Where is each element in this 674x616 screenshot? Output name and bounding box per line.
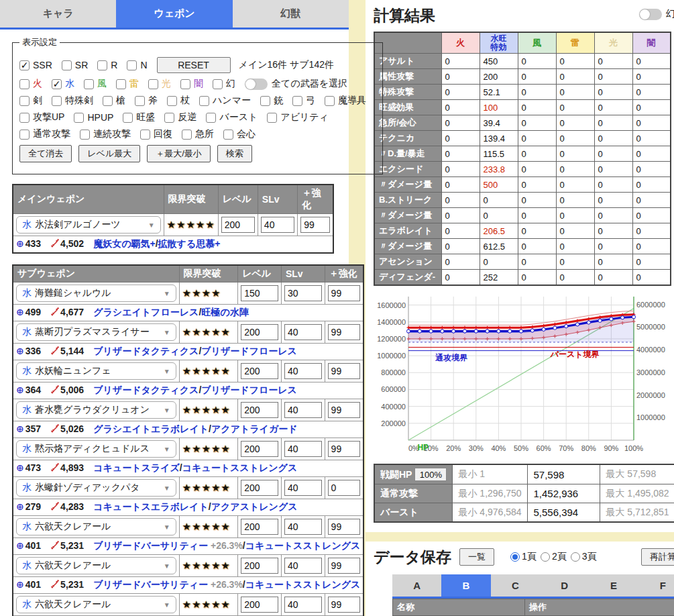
slv-input[interactable]: [284, 441, 322, 457]
filter-checkbox-アビリティ[interactable]: アビリティ: [267, 111, 329, 123]
plus-input[interactable]: [328, 597, 361, 613]
skill-link[interactable]: 魔妖女の覇気+: [93, 238, 156, 249]
filter-checkbox-風[interactable]: 風: [84, 78, 107, 90]
skill-link[interactable]: グラシエイトフローレス: [93, 307, 199, 317]
skill-link[interactable]: アクアトライガード: [211, 423, 298, 434]
level-input[interactable]: [241, 558, 278, 574]
filter-checkbox-雷[interactable]: 雷: [116, 78, 139, 90]
filter-checkbox-杖[interactable]: 杖: [167, 95, 190, 107]
weapon-select[interactable]: 水水妖輪ニュンフェ▼: [16, 362, 176, 380]
skill-link[interactable]: コキュートスストレングス: [245, 579, 361, 590]
filter-checkbox-闇[interactable]: 闇: [180, 78, 203, 90]
skill-link[interactable]: ブリザードフローレス: [201, 346, 297, 356]
save-slot-tab-E[interactable]: E: [589, 574, 638, 597]
all-weapons-toggle[interactable]: [245, 79, 268, 90]
slv-input[interactable]: [284, 519, 322, 535]
weapon-select[interactable]: 水氷蠍針ゾディアックパタ▼: [16, 479, 176, 497]
slv-input[interactable]: [284, 480, 322, 496]
skill-link[interactable]: ブリザードタクティクス: [93, 346, 199, 356]
list-button[interactable]: 一覧: [459, 548, 494, 566]
slv-input[interactable]: [284, 363, 322, 379]
filter-checkbox-幻[interactable]: 幻: [213, 78, 235, 90]
weapon-select[interactable]: 水氷法剣アルゴノーツ▼: [16, 216, 161, 234]
filter-checkbox-バースト[interactable]: バースト: [206, 111, 258, 123]
skill-link[interactable]: ブリザードバーサリティー: [93, 540, 208, 551]
filter-action-検索[interactable]: 検索: [217, 145, 252, 162]
filter-action-全て消去[interactable]: 全て消去: [19, 145, 72, 162]
skill-link[interactable]: コキュートスストレングス: [182, 462, 298, 473]
filter-checkbox-火[interactable]: 火: [19, 78, 42, 90]
save-slot-tab-C[interactable]: C: [491, 574, 540, 597]
level-input[interactable]: [241, 441, 278, 457]
level-input[interactable]: [241, 402, 278, 418]
filter-checkbox-HPUP[interactable]: HPUP: [74, 112, 113, 123]
skill-link[interactable]: 旺極の水陣: [201, 307, 248, 317]
slv-input[interactable]: [284, 402, 322, 418]
filter-checkbox-ハンマー[interactable]: ハンマー: [199, 95, 251, 107]
recalc-button[interactable]: 再計算: [641, 548, 674, 566]
filter-action-＋最大/最小[interactable]: ＋最大/最小: [147, 145, 211, 162]
filter-checkbox-SR[interactable]: SR: [62, 60, 88, 70]
weapon-select[interactable]: 水黙示烙アディクヒュドルス▼: [16, 440, 176, 458]
weapon-select[interactable]: 水蒸断刃プラズマスライサー▼: [16, 323, 176, 341]
slv-input[interactable]: [284, 558, 322, 574]
save-slot-tab-D[interactable]: D: [540, 574, 589, 597]
plus-input[interactable]: [328, 402, 361, 418]
filter-checkbox-急所[interactable]: 急所: [182, 128, 214, 140]
slv-input[interactable]: [284, 324, 322, 340]
tab-ウェポン[interactable]: ウェポン: [116, 0, 232, 28]
filter-checkbox-旺盛[interactable]: 旺盛: [123, 111, 155, 123]
page-radio-1頁[interactable]: 1頁: [510, 551, 537, 563]
skill-link[interactable]: コキュートスライズ: [93, 462, 180, 473]
page-radio-2頁[interactable]: 2頁: [541, 551, 567, 563]
skill-link[interactable]: コキュートスストレングス: [245, 540, 361, 551]
filter-checkbox-斧[interactable]: 斧: [135, 95, 158, 107]
weapon-select[interactable]: 水蒼水甕グラウダクリュオン▼: [16, 401, 176, 419]
plus-input[interactable]: [328, 480, 361, 496]
skill-link[interactable]: コキュートスエラボレイト: [93, 501, 209, 512]
filter-action-レベル最大[interactable]: レベル最大: [78, 145, 140, 162]
plus-input[interactable]: [328, 285, 361, 301]
plus-input[interactable]: [328, 441, 361, 457]
plus-input[interactable]: [328, 363, 361, 379]
filter-checkbox-回復[interactable]: 回復: [140, 128, 172, 140]
filter-checkbox-SSR[interactable]: ✓SSR: [19, 60, 52, 70]
filter-checkbox-会心[interactable]: 会心: [223, 128, 256, 140]
level-input[interactable]: [241, 363, 278, 379]
filter-checkbox-連続攻撃[interactable]: 連続攻撃: [80, 128, 131, 140]
skill-link[interactable]: グラシエイトエラボレイト: [93, 423, 209, 434]
filter-checkbox-光[interactable]: 光: [148, 78, 171, 90]
level-input[interactable]: [241, 324, 278, 340]
filter-checkbox-N[interactable]: N: [127, 60, 147, 70]
filter-checkbox-魔導具[interactable]: 魔導具: [325, 95, 366, 107]
save-slot-tab-A[interactable]: A: [392, 574, 441, 597]
filter-checkbox-特殊剣[interactable]: 特殊剣: [52, 95, 93, 107]
slv-input[interactable]: [284, 285, 322, 301]
filter-checkbox-水[interactable]: ✓水: [52, 78, 74, 90]
filter-checkbox-攻撃UP[interactable]: 攻撃UP: [19, 111, 64, 123]
skill-link[interactable]: ブリザードフローレス: [201, 384, 297, 395]
plus-input[interactable]: [328, 519, 361, 535]
filter-checkbox-弓[interactable]: 弓: [292, 95, 315, 107]
plus-input[interactable]: [300, 217, 330, 233]
weapon-select[interactable]: 水海難鎚シャルウル▼: [16, 285, 176, 302]
plus-input[interactable]: [328, 558, 361, 574]
reset-button[interactable]: RESET: [157, 57, 231, 73]
level-input[interactable]: [241, 480, 278, 496]
tab-幻獣[interactable]: 幻獣: [233, 0, 349, 28]
filter-checkbox-R[interactable]: R: [97, 60, 117, 70]
filter-checkbox-槍[interactable]: 槍: [103, 95, 125, 107]
filter-checkbox-反逆[interactable]: 反逆: [164, 111, 196, 123]
page-radio-3頁[interactable]: 3頁: [571, 551, 597, 563]
filter-checkbox-通常攻撃[interactable]: 通常攻撃: [19, 128, 70, 140]
phantom-element-toggle[interactable]: [639, 9, 662, 20]
weapon-select[interactable]: 水六欲天クレアール▼: [16, 596, 176, 613]
level-input[interactable]: [241, 519, 278, 535]
skill-link[interactable]: 拡散する思慕+: [158, 238, 221, 249]
skill-link[interactable]: ブリザードタクティクス: [93, 384, 199, 395]
level-input[interactable]: [241, 285, 278, 301]
weapon-select[interactable]: 水六欲天クレアール▼: [16, 518, 176, 535]
plus-input[interactable]: [328, 324, 361, 340]
tab-キャラ[interactable]: キャラ: [0, 0, 116, 28]
slv-input[interactable]: [284, 597, 322, 613]
